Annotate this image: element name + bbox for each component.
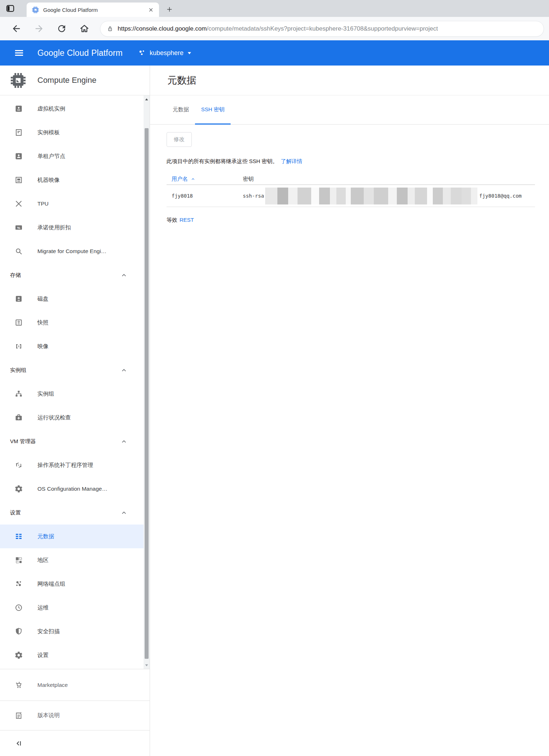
sidebar-item-label: TPU bbox=[37, 201, 49, 207]
sidebar-item-label: 运维 bbox=[37, 604, 49, 612]
health-check-icon bbox=[14, 413, 23, 422]
gcp-brand[interactable]: Google Cloud Platform bbox=[37, 48, 123, 58]
table-header: 用户名 密钥 bbox=[167, 174, 535, 185]
tab-actions-icon[interactable] bbox=[5, 4, 15, 13]
sidebar-item[interactable]: 安全扫描 bbox=[0, 620, 144, 643]
scroll-down-icon[interactable] bbox=[144, 662, 150, 668]
chevron-up-icon bbox=[121, 272, 127, 279]
sidebar-item[interactable]: 快照 bbox=[0, 311, 144, 334]
sidebar-item[interactable]: 虚拟机实例 bbox=[0, 97, 144, 121]
description-text: 此项目中的所有实例都将继承这些 SSH 密钥。 bbox=[167, 158, 278, 164]
disk-icon bbox=[14, 294, 23, 303]
sidebar-item-marketplace[interactable]: Marketplace bbox=[0, 669, 150, 701]
sidebar-item[interactable]: TPU bbox=[0, 192, 144, 216]
project-selector[interactable]: kubesphere bbox=[139, 49, 192, 57]
rest-link[interactable]: REST bbox=[180, 217, 194, 223]
browser-tab[interactable]: Google Cloud Platform bbox=[27, 3, 159, 17]
sidebar-item[interactable]: 元数据 bbox=[0, 525, 144, 548]
sidebar-item[interactable]: 设置 bbox=[0, 643, 144, 667]
sidebar-item-label: OS Configuration Manage… bbox=[37, 486, 108, 492]
page-header: 元数据 bbox=[150, 66, 549, 95]
sidebar-item-label: Migrate for Compute Engi… bbox=[37, 248, 106, 255]
sidebar-item[interactable]: 映像 bbox=[0, 334, 144, 358]
sidebar-section-label: 设置 bbox=[10, 509, 21, 516]
scrollbar-thumb[interactable] bbox=[145, 128, 149, 659]
sidebar-item[interactable]: 实例模板 bbox=[0, 121, 144, 144]
key-cell: ssh-rsa fjy8018@qq.com bbox=[243, 188, 535, 204]
sidebar-section[interactable]: 存储 bbox=[0, 263, 144, 287]
vm-instance-icon bbox=[14, 104, 23, 113]
sidebar-item[interactable]: %承诺使用折扣 bbox=[0, 216, 144, 239]
sidebar-item[interactable]: 运维 bbox=[0, 596, 144, 620]
neg-icon bbox=[14, 580, 23, 588]
sidebar-item-label: 地区 bbox=[37, 557, 49, 564]
menu-icon[interactable] bbox=[14, 48, 24, 58]
table-row[interactable]: fjy8018 ssh-rsa fjy8018@qq.com bbox=[167, 185, 535, 207]
address-bar[interactable]: https://console.cloud.google.com/compute… bbox=[100, 21, 544, 37]
ops-icon bbox=[14, 603, 23, 612]
equivalent-label: 等效 bbox=[167, 217, 177, 223]
sidebar-nav: 虚拟机实例实例模板单租户节点机器映像TPU%承诺使用折扣Migrate for … bbox=[0, 95, 150, 669]
scroll-up-icon[interactable] bbox=[144, 96, 150, 103]
sidebar-section-label: VM 管理器 bbox=[10, 438, 36, 445]
new-tab-icon[interactable] bbox=[166, 6, 173, 13]
sidebar-item[interactable]: 单租户节点 bbox=[0, 144, 144, 168]
project-name: kubesphere bbox=[150, 49, 183, 57]
instance-template-icon bbox=[14, 128, 23, 137]
ssh-keys-panel: 修改 此项目中的所有实例都将继承这些 SSH 密钥。了解详情 用户名 密钥 fj… bbox=[150, 125, 549, 224]
equivalent-rest: 等效REST bbox=[167, 217, 535, 224]
sidebar-item-label: 磁盘 bbox=[37, 295, 49, 303]
sidebar-section[interactable]: 实例组 bbox=[0, 358, 144, 382]
sidebar-item-label: 机器映像 bbox=[37, 176, 60, 184]
column-username[interactable]: 用户名 bbox=[167, 176, 243, 183]
sidebar-item[interactable]: 磁盘 bbox=[0, 287, 144, 311]
home-icon[interactable] bbox=[79, 23, 90, 34]
sidebar-item-label: 实例组 bbox=[37, 390, 54, 398]
image-icon bbox=[14, 342, 23, 351]
sidebar-product-header: Compute Engine bbox=[0, 66, 150, 95]
sidebar-section[interactable]: VM 管理器 bbox=[0, 429, 144, 453]
browser-toolbar: https://console.cloud.google.com/compute… bbox=[0, 17, 549, 40]
sidebar-section[interactable]: 设置 bbox=[0, 501, 144, 525]
sidebar-item-label: 承诺使用折扣 bbox=[37, 224, 71, 231]
sidebar-item[interactable]: OS Configuration Manage… bbox=[0, 477, 144, 501]
tpu-icon bbox=[14, 199, 23, 208]
sidebar-item[interactable]: 运行状况检查 bbox=[0, 406, 144, 429]
security-scan-icon bbox=[14, 627, 23, 636]
sidebar-section-label: 存储 bbox=[10, 272, 21, 279]
chevron-up-icon bbox=[121, 509, 127, 516]
collapse-sidebar-icon bbox=[14, 739, 23, 748]
back-icon[interactable] bbox=[11, 23, 22, 34]
edit-button[interactable]: 修改 bbox=[167, 132, 192, 147]
sidebar-scrollbar[interactable] bbox=[144, 95, 150, 669]
sidebar-item-label: 设置 bbox=[37, 652, 49, 659]
close-icon[interactable] bbox=[148, 7, 154, 13]
key-comment: fjy8018@qq.com bbox=[479, 193, 522, 199]
sidebar-item[interactable]: Migrate for Compute Engi… bbox=[0, 239, 144, 263]
sidebar-item-label: 实例模板 bbox=[37, 129, 60, 136]
sidebar-item-release-notes[interactable]: 版本说明 bbox=[0, 701, 150, 730]
tab-ssh-keys[interactable]: SSH 密钥 bbox=[195, 95, 231, 125]
project-icon bbox=[139, 49, 146, 57]
sidebar-item[interactable]: 机器映像 bbox=[0, 168, 144, 192]
snapshot-icon bbox=[14, 318, 23, 327]
sidebar-item[interactable]: 操作系统补丁程序管理 bbox=[0, 453, 144, 477]
tab-metadata[interactable]: 元数据 bbox=[167, 95, 195, 125]
sidebar-collapse[interactable] bbox=[0, 730, 150, 756]
refresh-icon[interactable] bbox=[56, 23, 67, 34]
os-patch-icon bbox=[14, 461, 23, 469]
sidebar: Compute Engine 虚拟机实例实例模板单租户节点机器映像TPU%承诺使… bbox=[0, 66, 150, 756]
learn-more-link[interactable]: 了解详情 bbox=[281, 158, 302, 164]
sidebar-item[interactable]: 实例组 bbox=[0, 382, 144, 406]
instance-group-icon bbox=[14, 390, 23, 398]
column-key[interactable]: 密钥 bbox=[243, 176, 254, 183]
forward-icon[interactable] bbox=[34, 23, 44, 34]
sidebar-item-label: 快照 bbox=[37, 319, 49, 327]
lock-icon[interactable] bbox=[106, 25, 114, 32]
sidebar-item-label: 单租户节点 bbox=[37, 153, 65, 160]
gcp-header: Google Cloud Platform kubesphere bbox=[0, 40, 549, 66]
sidebar-item[interactable]: 网络端点组 bbox=[0, 572, 144, 596]
sidebar-item-label: 映像 bbox=[37, 343, 49, 350]
metadata-tabs: 元数据 SSH 密钥 bbox=[150, 95, 549, 125]
sidebar-item[interactable]: 地区 bbox=[0, 548, 144, 572]
